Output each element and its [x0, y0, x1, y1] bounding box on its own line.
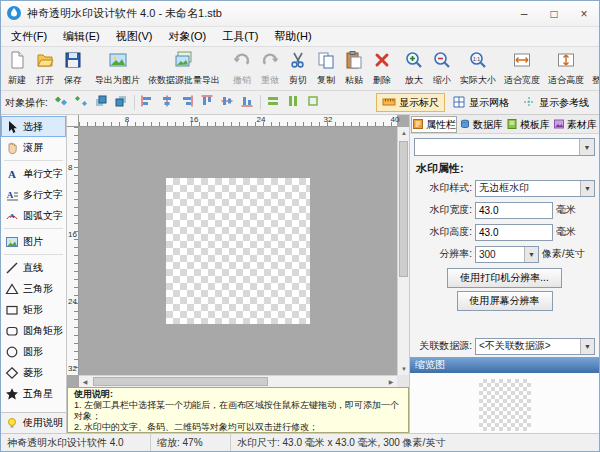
tool-diamond[interactable]: 菱形 [1, 362, 66, 383]
tool-single-line-text[interactable]: A单行文字 [1, 163, 66, 184]
close-button[interactable]: × [569, 1, 599, 26]
usage-instructions-box: 使用说明: 1. 左侧工具栏中选择某一个功能后，在画布区域按住鼠标左键拖动，即可… [67, 387, 409, 433]
new-document-icon [7, 50, 27, 73]
menu-help[interactable]: 帮助(H) [266, 27, 319, 46]
horizontal-scroll-thumb[interactable] [93, 377, 268, 386]
menu-edit[interactable]: 编辑(E) [55, 27, 108, 46]
watermark-style-select[interactable]: 无边框水印▼ [475, 180, 595, 197]
menu-file[interactable]: 文件(F) [3, 27, 55, 46]
statusbar-watermark-size: 水印尺寸: 43.0 毫米 x 43.0 毫米, 300 像素/英寸 [231, 434, 599, 451]
lightbulb-icon [4, 417, 20, 429]
bring-to-front-button[interactable] [92, 93, 111, 112]
tool-arc-text[interactable]: A圆弧文字 [1, 205, 66, 226]
same-size-button[interactable] [304, 93, 323, 112]
show-ruler-label: 显示标尺 [399, 96, 439, 110]
send-to-back-button[interactable] [112, 93, 131, 112]
tool-triangle[interactable]: 三角形 [1, 278, 66, 299]
watermark-style-value: 无边框水印 [479, 181, 529, 195]
canvas-viewport[interactable] [79, 127, 397, 375]
same-height-button[interactable] [284, 93, 303, 112]
actual-size-button[interactable]: 1:1实际大小 [456, 48, 500, 89]
datasource-select[interactable]: <不关联数据源>▼ [475, 338, 595, 355]
scroll-up-arrow[interactable]: ▲ [398, 127, 409, 139]
paste-button[interactable]: 粘贴 [340, 48, 368, 89]
tool-select[interactable]: 选择 [1, 116, 66, 137]
whole-page-button[interactable]: 整页显示 [588, 48, 600, 89]
open-button[interactable]: 打开 [31, 48, 59, 89]
zoom-out-button[interactable]: 缩小 [428, 48, 456, 89]
chevron-down-icon[interactable]: ▼ [524, 247, 538, 262]
delete-label: 删除 [373, 74, 391, 87]
align-middle-vertical-button[interactable] [218, 93, 237, 112]
fit-height-button[interactable]: 适合高度 [544, 48, 588, 89]
same-width-button[interactable] [264, 93, 283, 112]
delete-button[interactable]: 删除 [368, 48, 396, 89]
watermark-height-input[interactable] [475, 224, 553, 241]
vertical-scrollbar[interactable]: ▲ ▼ [397, 127, 409, 375]
show-ruler-toggle[interactable]: 显示标尺 [376, 93, 445, 112]
watermark-width-input[interactable] [475, 202, 553, 219]
vertical-scroll-thumb[interactable] [399, 141, 408, 277]
export-image-button[interactable]: 导出为图片 [91, 48, 144, 89]
zoom-in-button[interactable]: 放大 [400, 48, 428, 89]
tool-rounded-rectangle[interactable]: 圆角矩形 [1, 320, 66, 341]
show-grid-toggle[interactable]: 显示网格 [446, 93, 515, 112]
menu-tools[interactable]: 工具(T) [214, 27, 266, 46]
menu-object[interactable]: 对象(O) [160, 27, 214, 46]
canvas-area[interactable]: 8 16 24 32 40 8 16 24 32 ▲ [67, 115, 409, 387]
batch-export-button[interactable]: 依数据源批量导出 [144, 48, 224, 89]
redo-button[interactable]: 重做 [256, 48, 284, 89]
group-objects-button[interactable] [52, 93, 71, 112]
tab-materials[interactable]: 素材库 [552, 116, 598, 133]
tool-pan[interactable]: 滚屏 [1, 137, 66, 158]
align-right-button[interactable] [178, 93, 197, 112]
show-guides-toggle[interactable]: 显示参考线 [516, 93, 595, 112]
maximize-button[interactable]: □ [539, 1, 569, 26]
watermark-height-label: 水印高度: [414, 225, 472, 239]
align-middle-vertical-icon [220, 94, 234, 111]
save-button[interactable]: 保存 [59, 48, 87, 89]
same-height-icon [286, 94, 300, 111]
align-center-horizontal-button[interactable] [158, 93, 177, 112]
menu-view[interactable]: 视图(V) [108, 27, 161, 46]
tool-star[interactable]: 五角星 [1, 383, 66, 404]
fit-width-button[interactable]: 适合宽度 [500, 48, 544, 89]
align-left-button[interactable] [138, 93, 157, 112]
chevron-down-icon[interactable]: ▼ [580, 339, 594, 354]
templates-icon [506, 118, 518, 132]
scroll-down-arrow[interactable]: ▼ [398, 363, 409, 375]
cut-button[interactable]: 剪切 [284, 48, 312, 89]
minimize-button[interactable]: – [509, 1, 539, 26]
use-screen-resolution-button[interactable]: 使用屏幕分辨率 [457, 291, 553, 311]
tool-circle[interactable]: 圆形 [1, 341, 66, 362]
chevron-down-icon[interactable]: ▼ [579, 139, 594, 155]
redo-label: 重做 [261, 74, 279, 87]
align-bottom-button[interactable] [238, 93, 257, 112]
tab-templates[interactable]: 模板库 [505, 116, 551, 133]
use-printer-resolution-button[interactable]: 使用打印机分辨率... [447, 268, 561, 288]
svg-text:1:1: 1:1 [473, 56, 480, 62]
scroll-left-arrow[interactable]: ◀ [79, 376, 91, 387]
resolution-select[interactable]: 300▼ [475, 246, 539, 263]
vertical-ruler: 8 16 24 32 [67, 127, 79, 375]
tab-database[interactable]: 数据库 [458, 116, 504, 133]
undo-button[interactable]: 撤销 [228, 48, 256, 89]
tab-database-label: 数据库 [473, 118, 503, 132]
tab-properties[interactable]: 属性栏 [411, 116, 457, 133]
tool-multi-line-text[interactable]: A多行文字 [1, 184, 66, 205]
scroll-right-arrow[interactable]: ▶ [385, 376, 397, 387]
ungroup-objects-button[interactable] [72, 93, 91, 112]
tool-picture[interactable]: 图片 [1, 231, 66, 252]
watermark-style-label: 水印样式: [414, 181, 472, 195]
new-button[interactable]: 新建 [3, 48, 31, 89]
object-selector-combo[interactable]: ▼ [414, 138, 595, 156]
watermark-transparent-canvas[interactable] [166, 178, 310, 324]
ruler-mark: 16 [68, 230, 77, 239]
help-button[interactable]: 使用说明 [1, 412, 66, 433]
horizontal-scrollbar[interactable]: ◀ ▶ [79, 375, 397, 387]
copy-button[interactable]: 复制 [312, 48, 340, 89]
tool-rectangle[interactable]: 矩形 [1, 299, 66, 320]
chevron-down-icon[interactable]: ▼ [580, 181, 594, 196]
tool-line[interactable]: 直线 [1, 257, 66, 278]
align-top-button[interactable] [198, 93, 217, 112]
